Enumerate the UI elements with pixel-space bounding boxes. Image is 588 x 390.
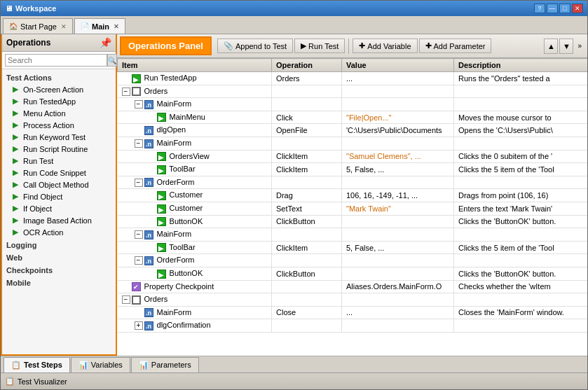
status-label: Test Visualizer (18, 377, 67, 386)
item-run-test[interactable]: ▶ Run Test (2, 155, 116, 167)
search-input[interactable] (5, 54, 107, 67)
table-row[interactable]: .n MainFormClose...Closes the 'MainForm'… (118, 306, 588, 319)
tree-expander[interactable]: + (135, 321, 143, 330)
row-value: ... (342, 72, 454, 85)
tree-expander[interactable]: − (122, 88, 130, 96)
table-row[interactable]: ▶ Run TestedAppOrders...Runs the "Orders… (118, 72, 588, 85)
table-row[interactable]: −.n OrderForm (118, 176, 588, 189)
app-title: Workspace (15, 4, 57, 13)
table-row[interactable]: − Orders (118, 85, 588, 98)
toolbar: Operations Panel 📎 Append to Test ▶ Run … (117, 34, 587, 58)
row-type-icon: .n (144, 139, 153, 147)
table-row[interactable]: ✔ Property CheckpointAliases.Orders.Main… (118, 280, 588, 293)
item-if-object[interactable]: ▶ If Object (2, 202, 116, 214)
on-screen-action-label: On-Screen Action (23, 85, 83, 94)
item-find-object[interactable]: ▶ Find Object (2, 190, 116, 202)
tab-variables[interactable]: 📊 Variables (71, 357, 130, 372)
item-run-code-snippet[interactable]: ▶ Run Code Snippet (2, 167, 116, 179)
item-ocr-action[interactable]: ▶ OCR Action (2, 226, 116, 238)
search-button[interactable]: 🔍 (107, 54, 117, 67)
ocr-action-icon: ▶ (11, 228, 20, 237)
section-checkpoints: Checkpoints (2, 263, 116, 276)
table-row[interactable]: .n dlgOpenOpenFile'C:\Users\Public\Docum… (118, 124, 588, 137)
maximize-button[interactable]: □ (559, 4, 570, 13)
row-type-icon: ▶ (157, 204, 166, 212)
item-image-based-action[interactable]: ▶ Image Based Action (2, 214, 116, 226)
item-on-screen-action[interactable]: ▶ On-Screen Action (2, 83, 116, 95)
row-description: Clicks the 'ButtonOK' button. (454, 215, 588, 228)
item-run-script-routine[interactable]: ▶ Run Script Routine (2, 143, 116, 155)
row-value: ... (342, 306, 454, 319)
move-down-button[interactable]: ▼ (559, 39, 573, 54)
test-steps-icon: 📋 (11, 361, 21, 370)
add-var-icon: ✚ (359, 41, 365, 50)
table-row[interactable]: ▶ ButtonOKClickButtonClicks the 'ButtonO… (118, 267, 588, 280)
run-keyword-test-icon: ▶ (11, 132, 20, 141)
row-type-icon: ▶ (157, 152, 166, 160)
toolbar-more-button[interactable]: » (575, 41, 584, 51)
row-value: "File|Open..." (342, 111, 454, 124)
minimize-button[interactable]: — (547, 4, 558, 13)
panel-title: Operations (6, 38, 50, 48)
help-button[interactable]: ? (534, 4, 545, 13)
row-description: Closes the 'MainForm' window. (454, 306, 588, 319)
table-row[interactable]: ▶ ToolBarClickItem5, False, ...Clicks th… (118, 163, 588, 176)
table-row[interactable]: ▶ OrdersViewClickItem"Samuel Clemens", .… (118, 150, 588, 163)
table-row[interactable]: − Orders (118, 293, 588, 307)
add-variable-button[interactable]: ✚ Add Variable (353, 39, 417, 53)
item-call-object-method[interactable]: ▶ Call Object Method (2, 179, 116, 190)
row-description: Checks whether the 'wItem (454, 280, 588, 293)
table-row[interactable]: ▶ CustomerSetText"Mark Twain"Enters the … (118, 202, 588, 215)
pin-button[interactable]: 📌 (100, 37, 111, 48)
close-button[interactable]: ✕ (572, 4, 583, 13)
tree-expander[interactable]: − (135, 230, 143, 239)
tab-parameters[interactable]: 📊 Parameters (131, 357, 199, 372)
search-bar: 🔍 ▼ (2, 52, 116, 69)
item-run-testedapp[interactable]: ▶ Run TestedApp (2, 95, 116, 107)
tree-expander[interactable]: − (122, 295, 130, 304)
on-screen-action-icon: ▶ (11, 85, 20, 94)
table-row[interactable]: ▶ CustomerDrag106, 16, -149, -11, ...Dra… (118, 189, 588, 202)
tree-expander[interactable]: − (135, 179, 143, 187)
tab-main[interactable]: 📄 Main ✕ (74, 18, 125, 34)
tab-start-page[interactable]: 🏠 Start Page ✕ (3, 18, 73, 34)
item-menu-action[interactable]: ▶ Menu Action (2, 107, 116, 119)
table-row[interactable]: ▶ MainMenuClick"File|Open..."Moves the m… (118, 111, 588, 124)
item-process-action[interactable]: ▶ Process Action (2, 119, 116, 131)
row-name: MainForm (155, 308, 192, 316)
table-row[interactable]: −.n MainForm (118, 137, 588, 150)
row-description (454, 293, 588, 307)
item-run-keyword-test[interactable]: ▶ Run Keyword Test (2, 131, 116, 143)
table-row[interactable]: −.n MainForm (118, 228, 588, 242)
move-up-button[interactable]: ▲ (544, 39, 558, 54)
row-operation (272, 98, 342, 111)
row-operation (272, 280, 342, 293)
tab-start-page-close[interactable]: ✕ (61, 23, 67, 30)
tab-main-label: Main (92, 22, 109, 31)
run-testedapp-icon: ▶ (11, 97, 20, 106)
tree-expander[interactable]: − (135, 100, 143, 109)
run-testedapp-label: Run TestedApp (23, 97, 76, 106)
row-description (454, 228, 588, 242)
tree-expander[interactable]: − (135, 256, 143, 265)
tree-expander[interactable]: − (135, 139, 143, 148)
row-name: dlgConfirmation (155, 321, 211, 329)
bottom-tabs: 📋 Test Steps 📊 Variables 📊 Parameters (1, 356, 587, 372)
add-parameter-button[interactable]: ✚ Add Parameter (419, 39, 492, 53)
table-row[interactable]: +.n dlgConfirmation (118, 319, 588, 333)
tab-main-close[interactable]: ✕ (114, 23, 119, 30)
run-script-routine-icon: ▶ (11, 144, 20, 153)
row-value (342, 215, 454, 228)
row-description: Clicks the 0 subitem of the ' (454, 150, 588, 163)
row-type-icon: ▶ (157, 165, 166, 173)
append-to-test-button[interactable]: 📎 Append to Test (217, 39, 293, 53)
add-param-label: Add Parameter (434, 42, 486, 50)
table-row[interactable]: −.n OrderForm (118, 254, 588, 267)
table-row[interactable]: ▶ ButtonOKClickButtonClicks the 'ButtonO… (118, 215, 588, 228)
tab-test-steps[interactable]: 📋 Test Steps (4, 357, 70, 372)
section-web: Web (2, 251, 116, 263)
table-row[interactable]: ▶ ToolBarClickItem5, False, ...Clicks th… (118, 241, 588, 254)
table-row[interactable]: −.n MainForm (118, 98, 588, 111)
run-test-button[interactable]: ▶ Run Test (294, 39, 345, 53)
menu-action-icon: ▶ (11, 109, 20, 118)
